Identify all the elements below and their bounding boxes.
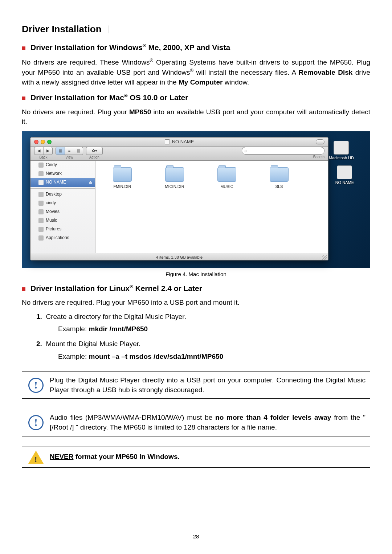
eject-icon[interactable]: ⏏ bbox=[89, 180, 92, 185]
disk-icon bbox=[165, 139, 170, 144]
desktop-icon bbox=[38, 192, 44, 197]
finder-titlebar: NO NAME bbox=[30, 138, 328, 147]
bullet-icon bbox=[22, 287, 25, 291]
drive-icon bbox=[334, 141, 349, 155]
back-forward-buttons[interactable]: ◀ ▶ bbox=[34, 147, 53, 155]
folder-fmin[interactable]: FMIN.DIR bbox=[108, 167, 137, 246]
list-view-button[interactable]: ≡ bbox=[65, 147, 74, 155]
window-title: NO NAME bbox=[30, 139, 328, 145]
info-text: Plug the Digital Music Player directly i… bbox=[50, 372, 370, 398]
desktop-drive-hd[interactable]: Macintosh HD bbox=[329, 141, 354, 161]
computer-icon bbox=[38, 163, 44, 168]
windows-body: No drivers are required. These Windows® … bbox=[22, 57, 370, 87]
bullet-icon bbox=[22, 97, 25, 100]
search-icon: ⌕ bbox=[244, 148, 247, 154]
applications-icon bbox=[38, 235, 44, 241]
folder-icon bbox=[165, 167, 184, 182]
view-buttons[interactable]: ▦ ≡ ▥ bbox=[56, 147, 83, 155]
heading-text: Driver Installation for Mac bbox=[30, 93, 124, 102]
finder-statusbar: 4 items, 1.38 GB available bbox=[30, 253, 328, 260]
page-number: 28 bbox=[22, 533, 370, 540]
heading-text: Driver Installation for Windows bbox=[30, 43, 143, 52]
music-icon bbox=[38, 218, 44, 223]
back-button[interactable]: ◀ bbox=[34, 147, 44, 155]
mac-body: No drivers are required. Plug your MP650… bbox=[22, 107, 370, 127]
disk-icon bbox=[38, 180, 44, 185]
sidebar-item-applications[interactable]: Applications bbox=[30, 234, 95, 242]
sidebar-item-no-name[interactable]: NO NAME⏏ bbox=[30, 178, 95, 187]
icon-view-button[interactable]: ▦ bbox=[56, 147, 65, 155]
page-title: Driver Installation︱ bbox=[22, 22, 370, 36]
heading-text: Driver Installation for Linux bbox=[30, 284, 130, 292]
mac-screenshot: NO NAME ◀ ▶ Back ▦ ≡ bbox=[22, 131, 370, 268]
column-view-button[interactable]: ▥ bbox=[74, 147, 83, 155]
bullet-icon bbox=[22, 46, 25, 50]
linux-intro: No drivers are required. Plug your MP650… bbox=[22, 298, 370, 308]
resize-grip-icon[interactable] bbox=[322, 255, 327, 260]
linux-step-1: 1. Create a directory for the Digital Mu… bbox=[36, 312, 370, 322]
network-icon bbox=[38, 171, 44, 176]
sidebar-item-movies[interactable]: Movies bbox=[30, 208, 95, 216]
sidebar-item-network[interactable]: Network bbox=[30, 169, 95, 178]
search-input[interactable]: ⌕ bbox=[242, 147, 324, 155]
drive-icon bbox=[337, 165, 352, 179]
finder-window: NO NAME ◀ ▶ Back ▦ ≡ bbox=[30, 137, 328, 260]
info-box-folders: ! Audio files (MP3/WMA/WMA-DRM10/WAV) mu… bbox=[22, 409, 370, 436]
folder-micin[interactable]: MICIN.DIR bbox=[160, 167, 189, 246]
sidebar-item-music[interactable]: Music bbox=[30, 216, 95, 225]
forward-button[interactable]: ▶ bbox=[44, 147, 52, 155]
action-button[interactable]: ✿▾ bbox=[86, 147, 103, 155]
linux-example-2: Example: mount –a –t msdos /dev/sda1/mnt… bbox=[58, 352, 370, 362]
info-icon: ! bbox=[28, 378, 44, 393]
info-icon: ! bbox=[28, 415, 44, 430]
finder-toolbar: ◀ ▶ Back ▦ ≡ ▥ View bbox=[30, 147, 328, 161]
linux-example-1: Example: mkdir /mnt/MP650 bbox=[58, 324, 370, 334]
folder-music[interactable]: MUSIC bbox=[212, 167, 241, 246]
info-box-usb: ! Plug the Digital Music Player directly… bbox=[22, 372, 370, 399]
toolbar-label: Search bbox=[242, 155, 324, 160]
toolbar-label: Action bbox=[86, 155, 103, 160]
warning-icon: ! bbox=[28, 451, 44, 464]
toolbar-toggle-button[interactable] bbox=[316, 139, 324, 144]
toolbar-label: View bbox=[56, 155, 83, 160]
sidebar-item-desktop[interactable]: Desktop bbox=[30, 190, 95, 199]
sidebar-item-home[interactable]: cindy bbox=[30, 199, 95, 208]
desktop-drive-noname[interactable]: NO NAME bbox=[335, 165, 354, 185]
linux-step-2: 2. Mount the Digital Music Player. bbox=[36, 339, 370, 349]
sidebar-item-cindy[interactable]: Cindy bbox=[30, 161, 95, 169]
warning-text: NEVER format your MP650 in Windows. bbox=[50, 448, 370, 465]
movies-icon bbox=[38, 209, 44, 214]
section-linux-head: Driver Installation for Linux® Kernel 2.… bbox=[22, 283, 370, 294]
warning-box-never: ! NEVER format your MP650 in Windows. bbox=[22, 447, 370, 468]
folder-sls[interactable]: SLS bbox=[265, 167, 294, 246]
toolbar-label: Back bbox=[34, 155, 53, 160]
figure-caption: Figure 4. Mac Installation bbox=[22, 270, 370, 278]
folder-icon bbox=[270, 167, 289, 182]
finder-content: FMIN.DIR MICIN.DIR MUSIC SLS bbox=[95, 161, 328, 253]
gear-icon[interactable]: ✿▾ bbox=[86, 147, 102, 155]
folder-icon bbox=[217, 167, 236, 182]
folder-icon bbox=[113, 167, 132, 182]
pictures-icon bbox=[38, 227, 44, 232]
section-mac-head: Driver Installation for Mac® OS 10.0 or … bbox=[22, 92, 370, 103]
section-windows-head: Driver Installation for Windows® Me, 200… bbox=[22, 42, 370, 53]
finder-sidebar: Cindy Network NO NAME⏏ Desktop cindy Mov… bbox=[30, 161, 95, 253]
sidebar-item-pictures[interactable]: Pictures bbox=[30, 225, 95, 234]
info-text: Audio files (MP3/WMA/WMA-DRM10/WAV) must… bbox=[50, 409, 370, 436]
home-icon bbox=[38, 201, 44, 206]
